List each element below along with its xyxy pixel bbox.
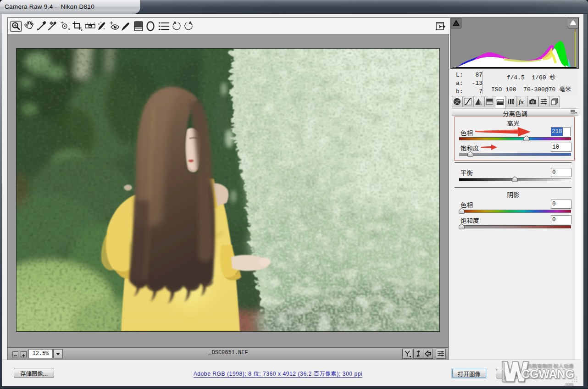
svg-text:fx: fx: [519, 99, 524, 105]
svg-text:CGWANG: CGWANG: [521, 367, 574, 380]
